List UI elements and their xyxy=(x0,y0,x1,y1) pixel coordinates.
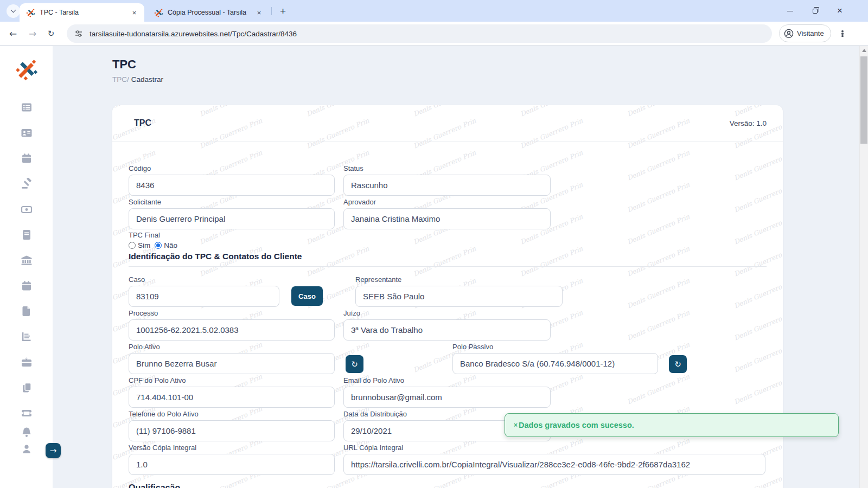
window-close-button[interactable]: × xyxy=(832,0,848,22)
tab-tpc[interactable]: TPC - Tarsila × xyxy=(20,3,144,22)
restore-icon xyxy=(813,9,818,14)
versao-copia-input[interactable] xyxy=(129,454,335,475)
banknote-icon[interactable] xyxy=(21,203,33,215)
browser-window: TPC - Tarsila × Cópia Processual - Tarsi… xyxy=(0,0,868,488)
bell-icon[interactable] xyxy=(21,426,33,438)
versao-copia-label: Versão Cópia Integral xyxy=(129,443,335,452)
chevron-down-icon xyxy=(11,8,16,13)
user-avatar-icon xyxy=(784,29,794,38)
tab-separator xyxy=(271,7,272,15)
tab-close-icon[interactable]: × xyxy=(254,8,264,17)
browser-toolbar: ← → ↻ tarsilasuite-tudonatarsila.azurewe… xyxy=(0,22,868,46)
url-copia-label: URL Cópia Integral xyxy=(343,443,765,452)
aprovador-label: Aprovador xyxy=(343,197,551,207)
profile-chip[interactable]: Visitante xyxy=(779,24,831,42)
radio-nao-control[interactable] xyxy=(155,242,162,249)
section-divider xyxy=(129,266,767,267)
window-restore-button[interactable] xyxy=(807,0,823,22)
gavel-icon[interactable] xyxy=(21,178,33,190)
breadcrumb: TPC/Cadastrar xyxy=(112,75,163,84)
version-label: Versão: 1.0 xyxy=(730,119,767,127)
window-minimize-button[interactable] xyxy=(782,0,798,22)
tarsila-logo[interactable] xyxy=(15,58,38,81)
solicitante-input[interactable] xyxy=(129,208,335,229)
solicitante-label: Solicitante xyxy=(129,197,335,207)
representante-input[interactable] xyxy=(355,286,563,307)
url-copia-input[interactable] xyxy=(343,454,765,475)
tarsila-favicon xyxy=(154,8,163,17)
representante-label: Representante xyxy=(355,275,563,284)
card-header: TPC Versão: 1.0 xyxy=(112,105,783,142)
id-card-icon[interactable] xyxy=(21,127,33,139)
tpc-final-label: TPC Final xyxy=(129,231,767,240)
telefone-label: Telefone do Polo Ativo xyxy=(129,409,335,419)
briefcase-icon[interactable] xyxy=(21,356,33,368)
cpf-input[interactable] xyxy=(129,387,335,408)
site-settings-icon[interactable] xyxy=(74,29,83,38)
book-icon[interactable] xyxy=(21,229,33,241)
codigo-label: Código xyxy=(129,164,335,173)
polo-ativo-input[interactable] xyxy=(129,353,335,374)
tab-copia-processual[interactable]: Cópia Processual - Tarsila × xyxy=(148,3,269,22)
caso-label: Caso xyxy=(129,275,279,284)
next-section-heading: Qualificação xyxy=(129,483,767,488)
page-title: TPC xyxy=(112,57,136,72)
status-input[interactable] xyxy=(343,175,551,196)
toast-close-icon[interactable]: × xyxy=(514,421,518,429)
back-button[interactable]: ← xyxy=(5,26,21,41)
forward-button[interactable]: → xyxy=(25,26,40,41)
polo-ativo-refresh-button[interactable]: ↻ xyxy=(346,355,363,373)
processo-input[interactable] xyxy=(129,319,335,341)
processo-label: Processo xyxy=(129,309,335,318)
caso-input[interactable] xyxy=(129,286,279,307)
breadcrumb-root[interactable]: TPC/ xyxy=(112,75,129,84)
page-scrollbar[interactable] xyxy=(859,46,868,488)
ticket-icon[interactable] xyxy=(21,407,33,419)
document-icon[interactable] xyxy=(21,305,33,317)
caso-button[interactable]: Caso xyxy=(291,286,323,306)
radio-sim[interactable]: Sim xyxy=(129,241,150,249)
bank-icon[interactable] xyxy=(21,254,33,266)
scrollbar-up-arrow[interactable] xyxy=(862,49,866,52)
new-tab-button[interactable]: + xyxy=(276,4,290,18)
calendar-alt-icon[interactable] xyxy=(21,280,33,292)
grid-list-icon[interactable] xyxy=(21,101,33,113)
codigo-input[interactable] xyxy=(129,175,335,196)
juizo-label: Juízo xyxy=(343,309,551,318)
bar-chart-icon[interactable] xyxy=(21,331,33,343)
scrollbar-thumb[interactable] xyxy=(860,56,867,144)
polo-passivo-input[interactable] xyxy=(452,353,658,374)
tab-title: Cópia Processual - Tarsila xyxy=(168,9,254,16)
reload-button[interactable]: ↻ xyxy=(43,26,59,41)
tab-title: TPC - Tarsila xyxy=(40,9,130,16)
aprovador-input[interactable] xyxy=(343,208,551,229)
tab-close-icon[interactable]: × xyxy=(130,8,139,17)
tab-strip: TPC - Tarsila × Cópia Processual - Tarsi… xyxy=(0,0,868,22)
copy-icon[interactable] xyxy=(21,382,33,394)
cpf-label: CPF do Polo Ativo xyxy=(129,376,335,385)
url-text: tarsilasuite-tudonatarsila.azurewebsites… xyxy=(90,30,297,38)
polo-passivo-refresh-button[interactable]: ↻ xyxy=(669,355,687,373)
tpc-final-radios: Sim Não xyxy=(129,240,767,250)
user-icon[interactable] xyxy=(21,443,33,455)
radio-nao-label: Não xyxy=(164,241,177,249)
email-label: Email do Polo Ativo xyxy=(343,376,551,385)
status-label: Status xyxy=(343,164,551,173)
sidebar: → xyxy=(0,46,53,488)
tab-search-button[interactable] xyxy=(7,4,20,18)
radio-sim-label: Sim xyxy=(138,241,150,249)
browser-menu-button[interactable] xyxy=(835,26,850,41)
card-title: TPC xyxy=(134,118,151,128)
telefone-input[interactable] xyxy=(129,420,335,441)
section-heading: Identificação do TPC & Contatos do Clien… xyxy=(129,251,767,261)
calendar-icon[interactable] xyxy=(21,152,33,164)
toast-message: Dados gravados com sucesso. xyxy=(519,421,634,429)
juizo-input[interactable] xyxy=(343,319,551,341)
radio-nao[interactable]: Não xyxy=(155,241,177,249)
polo-ativo-label: Polo Ativo xyxy=(129,342,335,351)
polo-passivo-label: Polo Passivo xyxy=(452,342,658,351)
url-bar[interactable]: tarsilasuite-tudonatarsila.azurewebsites… xyxy=(67,24,772,43)
breadcrumb-current: Cadastrar xyxy=(131,75,163,84)
email-input[interactable] xyxy=(343,387,551,408)
radio-sim-control[interactable] xyxy=(129,242,136,249)
